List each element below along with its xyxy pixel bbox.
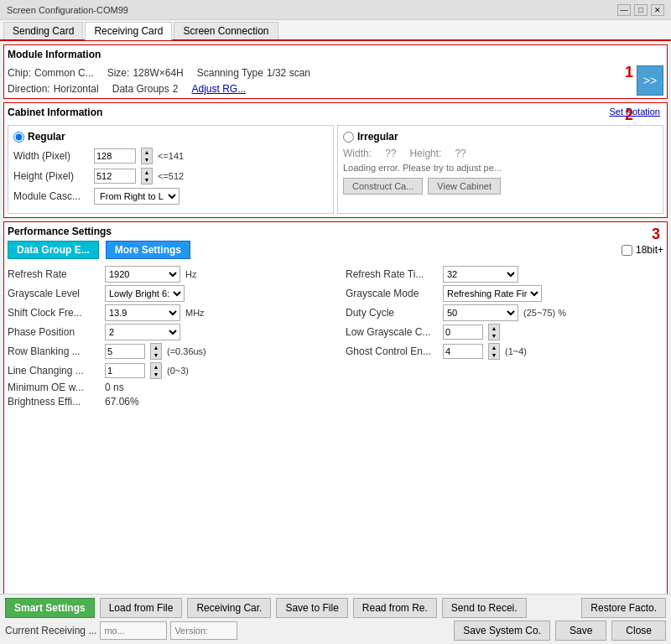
row-blanking-constraint: (=0.36us) bbox=[167, 346, 206, 356]
minimum-oe-value: 0 ns bbox=[105, 382, 124, 393]
low-grayscale-spin-down[interactable]: ▼ bbox=[489, 332, 499, 340]
tab-bar: Sending Card Receiving Card Screen Conne… bbox=[0, 20, 671, 41]
save-to-file-button[interactable]: Save to File bbox=[276, 598, 347, 618]
minimize-button[interactable]: — bbox=[617, 4, 631, 16]
performance-grid: Refresh Rate 1920 Hz Grayscale Level Low… bbox=[8, 266, 663, 410]
cabinet-panels: Regular Width (Pixel) ▲ ▼ <=141 Height (… bbox=[8, 125, 663, 214]
set-rotation-link[interactable]: Set Rotation bbox=[609, 106, 660, 117]
restore-facto-button[interactable]: Restore Facto. bbox=[581, 598, 666, 618]
ghost-control-spin-down[interactable]: ▼ bbox=[489, 351, 499, 359]
scanning-type-field: Scanning Type 1/32 scan bbox=[197, 67, 310, 79]
duty-cycle-row: Duty Cycle 50 (25~75) % bbox=[346, 304, 663, 321]
size-value: 128W×64H bbox=[133, 67, 183, 79]
line-changing-spin-down[interactable]: ▼ bbox=[151, 371, 161, 378]
module-casc-row: Module Casc... From Right to L bbox=[13, 188, 328, 205]
row-blanking-spin-down[interactable]: ▼ bbox=[151, 351, 161, 359]
grayscale-mode-label: Grayscale Mode bbox=[346, 288, 438, 299]
minimum-oe-label: Minimum OE w... bbox=[8, 382, 100, 393]
line-changing-constraint: (0~3) bbox=[167, 366, 189, 376]
18bit-checkbox-row: 18bit+ bbox=[622, 244, 663, 256]
row-blanking-spin-up[interactable]: ▲ bbox=[151, 344, 161, 351]
width-spin-down[interactable]: ▼ bbox=[142, 156, 152, 164]
size-field: Size: 128W×64H bbox=[107, 67, 184, 79]
row-blanking-input[interactable] bbox=[105, 344, 145, 359]
tab-sending-card[interactable]: Sending Card bbox=[3, 22, 83, 39]
smart-settings-button[interactable]: Smart Settings bbox=[5, 598, 95, 618]
low-grayscale-spin-up[interactable]: ▲ bbox=[489, 325, 499, 332]
step-number-2: 2 bbox=[625, 106, 633, 124]
main-content: Module Information Chip: Common C... Siz… bbox=[0, 41, 671, 641]
performance-settings-title: Performance Settings bbox=[8, 226, 663, 237]
irr-height-label: Height: bbox=[409, 148, 441, 159]
tab-receiving-card[interactable]: Receiving Card bbox=[85, 22, 172, 40]
duty-cycle-select[interactable]: 50 bbox=[443, 304, 518, 321]
shift-clock-select[interactable]: 13.9 bbox=[105, 304, 180, 321]
tab-screen-connection[interactable]: Screen Connection bbox=[174, 22, 278, 39]
low-grayscale-input[interactable] bbox=[443, 325, 483, 340]
close-button[interactable]: Close bbox=[611, 621, 666, 641]
ghost-control-input[interactable] bbox=[443, 344, 483, 359]
cabinet-irregular-panel: Irregular Width: ?? Height: ?? Loading e… bbox=[337, 125, 663, 214]
module-casc-select[interactable]: From Right to L bbox=[94, 188, 179, 205]
phase-position-select[interactable]: 2 bbox=[105, 324, 180, 340]
line-changing-spin-up[interactable]: ▲ bbox=[151, 363, 161, 371]
more-settings-button[interactable]: More Settings bbox=[106, 241, 190, 259]
regular-radio[interactable] bbox=[13, 132, 24, 143]
perf-left-col: Refresh Rate 1920 Hz Grayscale Level Low… bbox=[8, 266, 325, 410]
row-blanking-row: Row Blanking ... ▲ ▼ (=0.36us) bbox=[8, 343, 325, 360]
version-input[interactable] bbox=[170, 621, 237, 640]
module-input[interactable] bbox=[100, 621, 167, 640]
shift-clock-unit: MHz bbox=[185, 308, 205, 318]
send-to-recei-button[interactable]: Send to Recei. bbox=[442, 598, 527, 618]
width-spin-up[interactable]: ▲ bbox=[142, 148, 152, 156]
line-changing-spinner: ▲ ▼ bbox=[150, 362, 162, 379]
save-system-button[interactable]: Save System Co. bbox=[454, 621, 550, 641]
save-button[interactable]: Save bbox=[555, 621, 606, 641]
width-input[interactable] bbox=[94, 148, 136, 164]
brightness-row: Brightness Effi... 67.06% bbox=[8, 396, 325, 408]
module-info-content: Chip: Common C... Size: 128W×64H Scannin… bbox=[8, 64, 663, 95]
height-spin-up[interactable]: ▲ bbox=[142, 169, 152, 176]
module-info-title: Module Information bbox=[8, 49, 663, 60]
close-window-button[interactable]: ✕ bbox=[651, 4, 664, 16]
bottom-bar: Smart Settings Load from File Receiving … bbox=[0, 594, 671, 644]
next-button[interactable]: >> bbox=[637, 65, 663, 96]
chip-label: Chip: bbox=[8, 67, 31, 79]
module-casc-label: Module Casc... bbox=[13, 190, 89, 202]
data-groups-label: Data Groups bbox=[112, 83, 169, 95]
line-changing-input[interactable] bbox=[105, 363, 145, 378]
adjust-rg-link[interactable]: Adjust RG... bbox=[191, 83, 246, 95]
current-receiving-row: Current Receiving ... bbox=[5, 621, 237, 640]
height-input[interactable] bbox=[94, 169, 136, 184]
receiving-car-button[interactable]: Receiving Car. bbox=[187, 598, 271, 618]
grayscale-level-select[interactable]: Lowly Bright 6: bbox=[105, 285, 185, 302]
18bit-checkbox[interactable] bbox=[622, 245, 632, 256]
width-row: Width (Pixel) ▲ ▼ <=141 bbox=[13, 148, 328, 164]
ghost-control-spinner: ▲ ▼ bbox=[488, 343, 500, 360]
construct-cabinet-button[interactable]: Construct Ca... bbox=[343, 178, 423, 195]
irr-width-value: ?? bbox=[385, 148, 396, 159]
irregular-radio-group: Irregular bbox=[343, 131, 658, 143]
height-constraint: <=512 bbox=[158, 171, 184, 181]
read-from-re-button[interactable]: Read from Re. bbox=[353, 598, 437, 618]
refresh-rate-select[interactable]: 1920 bbox=[105, 266, 180, 283]
refresh-rate-ti-select[interactable]: 32 bbox=[443, 266, 518, 283]
grayscale-mode-select[interactable]: Refreshing Rate Fir bbox=[443, 285, 542, 302]
phase-position-label: Phase Position bbox=[8, 326, 100, 338]
irregular-label: Irregular bbox=[357, 131, 398, 143]
data-group-edit-button[interactable]: Data Group E... bbox=[8, 241, 99, 259]
step-number-3: 3 bbox=[652, 226, 660, 243]
bottom-right: Restore Facto. bbox=[581, 598, 666, 618]
line-changing-label: Line Changing ... bbox=[8, 365, 100, 377]
load-from-file-button[interactable]: Load from File bbox=[100, 598, 183, 618]
irregular-radio[interactable] bbox=[343, 132, 354, 143]
restore-button[interactable]: □ bbox=[634, 4, 648, 16]
ghost-control-spin-up[interactable]: ▲ bbox=[489, 344, 499, 351]
height-row: Height (Pixel) ▲ ▼ <=512 bbox=[13, 168, 328, 184]
height-spin-down[interactable]: ▼ bbox=[142, 176, 152, 184]
ghost-control-label: Ghost Control En... bbox=[346, 345, 438, 357]
bottom-row-2: Current Receiving ... Save System Co. Sa… bbox=[5, 621, 666, 641]
view-cabinet-button[interactable]: View Cabinet bbox=[428, 178, 501, 195]
grayscale-level-label: Grayscale Level bbox=[8, 288, 100, 299]
cabinet-regular-panel: Regular Width (Pixel) ▲ ▼ <=141 Height (… bbox=[8, 125, 334, 214]
